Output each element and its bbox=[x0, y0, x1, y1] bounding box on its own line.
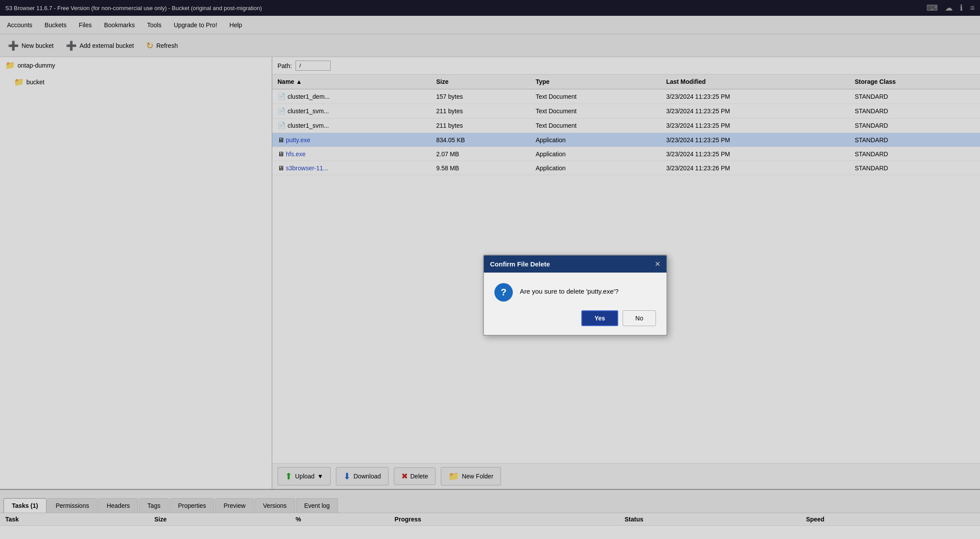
modal-overlay: Confirm File Delete ✕ ? Are you sure to … bbox=[0, 0, 980, 539]
question-icon: ? bbox=[494, 283, 513, 302]
confirm-delete-dialog: Confirm File Delete ✕ ? Are you sure to … bbox=[483, 255, 667, 336]
modal-body: ? Are you sure to delete 'putty.exe'? bbox=[484, 273, 667, 310]
modal-title: Confirm File Delete bbox=[490, 260, 550, 268]
modal-buttons: Yes No bbox=[484, 310, 667, 335]
modal-title-bar: Confirm File Delete ✕ bbox=[484, 255, 667, 273]
modal-message: Are you sure to delete 'putty.exe'? bbox=[520, 283, 619, 297]
yes-button[interactable]: Yes bbox=[581, 310, 618, 326]
modal-close-button[interactable]: ✕ bbox=[655, 260, 660, 268]
no-button[interactable]: No bbox=[623, 310, 656, 326]
